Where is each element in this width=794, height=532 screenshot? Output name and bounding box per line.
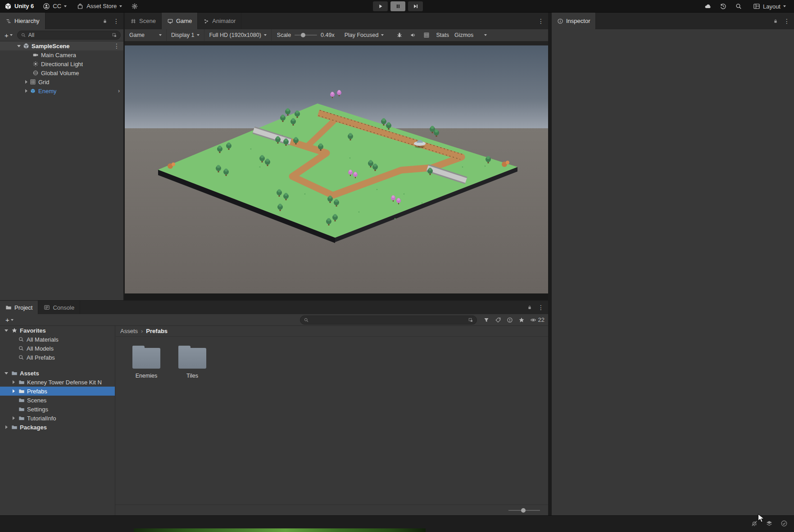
prefab-open-chevron-icon[interactable]: ›: [118, 88, 120, 94]
hierarchy-row-directional-light[interactable]: Directional Light: [0, 59, 123, 68]
stats-label: Stats: [436, 32, 449, 38]
lock-icon[interactable]: [527, 305, 532, 310]
hierarchy-row-scene[interactable]: SampleScene ⋮: [0, 41, 123, 50]
scale-slider[interactable]: [295, 35, 317, 36]
foldout-closed-icon[interactable]: [5, 425, 8, 429]
play-button[interactable]: [373, 1, 388, 11]
vsync-button[interactable]: [422, 31, 431, 40]
splitter-center-inspector[interactable]: [548, 13, 552, 515]
hidden-packages-toggle[interactable]: 22: [530, 316, 544, 323]
step-button[interactable]: [408, 1, 423, 11]
hierarchy-row-global-volume[interactable]: Global Volume: [0, 68, 123, 77]
tree-item-label: Settings: [27, 406, 48, 413]
hierarchy-row-enemy[interactable]: Enemy ›: [0, 86, 123, 95]
hierarchy-panel: Hierarchy ⋮ + SampleScene ⋮ Main Camera: [0, 13, 123, 300]
lock-icon[interactable]: [773, 18, 778, 24]
resolution-dropdown[interactable]: Full HD (1920x1080): [204, 29, 271, 41]
account-menu-button[interactable]: CC: [40, 1, 69, 11]
breadcrumb-separator-icon: ›: [141, 328, 143, 334]
tree-row-packages[interactable]: Packages: [0, 423, 115, 432]
gizmos-dropdown[interactable]: Gizmos: [454, 32, 487, 38]
hierarchy-search-input[interactable]: [28, 32, 109, 38]
project-search-input[interactable]: [311, 317, 466, 323]
tree-row-assets[interactable]: Assets: [0, 369, 115, 378]
notifications-muted-button[interactable]: [751, 520, 758, 527]
kebab-menu-icon[interactable]: ⋮: [113, 18, 119, 24]
stats-toggle[interactable]: Stats: [436, 32, 449, 38]
hierarchy-row-grid[interactable]: Grid: [0, 77, 123, 86]
kebab-menu-icon[interactable]: ⋮: [538, 18, 544, 24]
folder-label: Enemies: [136, 373, 158, 379]
foldout-closed-icon[interactable]: [13, 380, 15, 384]
grid-object-icon: [30, 79, 36, 85]
global-search-button[interactable]: [735, 3, 742, 10]
search-by-log-button[interactable]: [507, 317, 513, 323]
game-mode-dropdown[interactable]: Game: [125, 29, 167, 41]
hierarchy-create-button[interactable]: +: [3, 31, 14, 40]
tab-game[interactable]: Game: [162, 13, 198, 29]
tab-project[interactable]: Project: [0, 301, 38, 314]
search-pick-icon[interactable]: [468, 317, 473, 323]
search-by-label-button[interactable]: [495, 317, 501, 323]
history-button[interactable]: [720, 3, 727, 10]
tab-hierarchy[interactable]: Hierarchy: [0, 13, 45, 29]
play-mode-controls: [373, 1, 423, 11]
foldout-open-icon[interactable]: [5, 372, 8, 374]
tab-console[interactable]: Console: [38, 301, 80, 314]
tree-row-favorites[interactable]: Favorites: [0, 326, 115, 335]
activity-ok-button[interactable]: [780, 520, 788, 527]
project-create-button[interactable]: +: [4, 316, 15, 324]
folder-item-tiles[interactable]: Tiles: [172, 345, 212, 379]
icon-size-slider[interactable]: [508, 510, 540, 511]
breadcrumb: Assets › Prefabs: [116, 326, 548, 337]
breadcrumb-current[interactable]: Prefabs: [146, 328, 168, 334]
tab-inspector[interactable]: Inspector: [552, 13, 596, 29]
tree-row-prefabs[interactable]: Prefabs: [0, 387, 115, 396]
tree-row-settings[interactable]: Settings: [0, 405, 115, 414]
grid-icon: [423, 32, 430, 38]
debug-button[interactable]: [395, 31, 404, 40]
tab-label: Scene: [139, 18, 156, 24]
foldout-closed-icon[interactable]: [25, 80, 27, 84]
display-dropdown[interactable]: Display 1: [167, 29, 204, 41]
kebab-menu-icon[interactable]: ⋮: [113, 43, 120, 49]
tab-animator[interactable]: Animator: [198, 13, 241, 29]
lock-icon[interactable]: [102, 18, 108, 24]
kebab-menu-icon[interactable]: ⋮: [538, 304, 544, 311]
scale-slider-knob[interactable]: [301, 33, 305, 37]
preferences-button[interactable]: [128, 1, 141, 11]
tree-row-all-models[interactable]: All Models: [0, 344, 115, 353]
pause-button[interactable]: [390, 1, 405, 11]
breadcrumb-root[interactable]: Assets: [120, 328, 138, 334]
tree-row-all-materials[interactable]: All Materials: [0, 335, 115, 344]
foldout-open-icon[interactable]: [5, 329, 8, 332]
search-by-type-button[interactable]: [483, 317, 490, 323]
background-tasks-button[interactable]: [766, 520, 773, 527]
splitter-hierarchy-game[interactable]: [123, 13, 125, 300]
foldout-open-icon[interactable]: [17, 45, 21, 47]
mute-audio-button[interactable]: [408, 31, 418, 40]
foldout-closed-icon[interactable]: [25, 89, 27, 93]
game-toolbar: Game Display 1 Full HD (1920x1080) Scale…: [125, 29, 548, 41]
tree-row-all-prefabs[interactable]: All Prefabs: [0, 353, 115, 362]
foldout-closed-icon[interactable]: [13, 416, 15, 420]
play-focused-dropdown[interactable]: Play Focused: [340, 29, 389, 41]
folder-icon: [18, 388, 25, 394]
layout-dropdown[interactable]: Layout: [750, 1, 789, 11]
game-render[interactable]: [125, 45, 548, 293]
save-search-button[interactable]: [518, 317, 525, 323]
tree-row-scenes[interactable]: Scenes: [0, 396, 115, 405]
search-pick-icon[interactable]: [112, 32, 117, 38]
tab-scene[interactable]: Scene: [125, 13, 162, 29]
asset-store-button[interactable]: Asset Store: [74, 1, 125, 11]
caret-down-icon: [159, 34, 162, 36]
tag-icon: [495, 317, 501, 323]
tree-row-kenney-kit[interactable]: Kenney Tower Defense Kit N: [0, 378, 115, 387]
foldout-closed-icon[interactable]: [13, 389, 15, 393]
folder-item-enemies[interactable]: Enemies: [127, 345, 166, 379]
cloud-button[interactable]: [704, 3, 712, 10]
kebab-menu-icon[interactable]: ⋮: [784, 18, 790, 24]
hierarchy-row-main-camera[interactable]: Main Camera: [0, 50, 123, 59]
tree-row-tutorialinfo[interactable]: TutorialInfo: [0, 414, 115, 423]
icon-size-slider-knob[interactable]: [521, 508, 526, 513]
